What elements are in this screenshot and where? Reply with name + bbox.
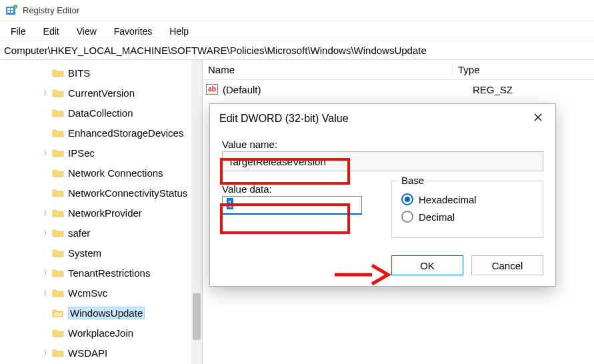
list-cell-type: REG_SZ [473, 84, 513, 95]
address-path: Computer\HKEY_LOCAL_MACHINE\SOFTWARE\Pol… [4, 45, 427, 56]
menu-help[interactable]: Help [161, 23, 197, 39]
menu-view[interactable]: View [69, 23, 105, 39]
tree-pane: BITS〉CurrentVersionDataCollectionEnhance… [0, 60, 203, 364]
svg-rect-4 [11, 11, 13, 13]
folder-icon [52, 328, 64, 337]
folder-icon [52, 108, 64, 117]
tree-item[interactable]: WindowsUpdate [0, 303, 202, 323]
tree-item-label: NetworkProvider [68, 207, 142, 219]
chevron-right-icon[interactable]: 〉 [41, 88, 52, 98]
menu-file[interactable]: File [3, 23, 34, 39]
tree-item-label: EnhancedStorageDevices [68, 127, 183, 139]
chevron-right-icon[interactable]: 〉 [41, 148, 52, 158]
folder-icon [52, 88, 64, 97]
tree-item[interactable]: WorkplaceJoin [0, 323, 202, 343]
radio-dec-label: Decimal [419, 211, 455, 223]
folder-icon [52, 348, 64, 357]
tree-item[interactable]: 〉CurrentVersion [0, 83, 202, 103]
folder-icon [52, 308, 64, 317]
string-value-icon: ab [205, 83, 219, 95]
base-legend: Base [399, 175, 427, 186]
svg-rect-3 [7, 11, 10, 13]
list-cell-name: (Default) [223, 84, 473, 95]
chevron-right-icon[interactable]: 〉 [41, 228, 52, 238]
tree-item-label: NetworkConnectivityStatus [68, 187, 187, 199]
folder-icon [52, 268, 64, 277]
menu-edit[interactable]: Edit [35, 23, 67, 39]
menu-favorites[interactable]: Favorites [106, 23, 161, 39]
radio-icon [401, 193, 413, 205]
tree-item[interactable]: 〉WcmSvc [0, 283, 202, 303]
edit-dword-dialog: Edit DWORD (32-bit) Value Value name: Va… [209, 103, 556, 287]
window-title: Registry Editor [23, 5, 79, 15]
value-data-input[interactable]: 1 [222, 196, 362, 215]
tree-item[interactable]: 〉safer [0, 223, 202, 243]
radio-icon [401, 211, 413, 223]
tree-item-label: WcmSvc [68, 287, 107, 299]
list-row[interactable]: ab(Default)REG_SZ [203, 80, 594, 99]
value-name-label: Value name: [222, 139, 543, 150]
tree-item-label: CurrentVersion [68, 87, 135, 99]
tree-item[interactable]: NetworkConnectivityStatus [0, 183, 202, 203]
menubar: File Edit View Favorites Help [0, 21, 594, 41]
tree-item-label: BITS [68, 67, 90, 79]
tree-scrollbar-thumb[interactable] [193, 293, 201, 340]
tree-item[interactable]: EnhancedStorageDevices [0, 123, 202, 143]
tree-item-label: safer [68, 227, 90, 239]
registry-tree[interactable]: BITS〉CurrentVersionDataCollectionEnhance… [0, 60, 202, 364]
folder-icon [52, 248, 64, 257]
tree-item-label: WorkplaceJoin [68, 327, 133, 339]
radio-hex-label: Hexadecimal [419, 194, 477, 205]
tree-item[interactable]: BITS [0, 63, 202, 83]
regedit-icon: + [5, 5, 17, 17]
folder-icon [52, 128, 64, 137]
folder-icon [52, 208, 64, 217]
tree-item[interactable]: DataCollection [0, 103, 202, 123]
value-name-input[interactable] [222, 151, 543, 171]
tree-item[interactable]: System [0, 243, 202, 263]
radio-decimal[interactable]: Decimal [401, 211, 533, 223]
base-group: Base Hexadecimal Decimal [391, 181, 543, 238]
chevron-right-icon[interactable]: 〉 [41, 208, 52, 218]
close-icon [533, 113, 543, 125]
tree-scrollbar[interactable] [191, 60, 202, 364]
tree-item[interactable]: 〉WSDAPI [0, 343, 202, 363]
tree-item-label: Network Connections [68, 167, 163, 179]
address-bar[interactable]: Computer\HKEY_LOCAL_MACHINE\SOFTWARE\Pol… [0, 41, 594, 60]
folder-icon [52, 148, 64, 157]
value-data-text: 1 [227, 198, 233, 209]
svg-text:+: + [15, 5, 17, 9]
list-rows: ab(Default)REG_SZ [203, 80, 594, 99]
tree-item-label: TenantRestrictions [68, 267, 150, 279]
value-data-label: Value data: [222, 183, 375, 195]
folder-icon [52, 168, 64, 177]
cancel-button[interactable]: Cancel [471, 255, 543, 275]
chevron-right-icon[interactable]: 〉 [41, 288, 52, 298]
tree-item[interactable]: 〉IPSec [0, 143, 202, 163]
folder-icon [52, 228, 64, 237]
dialog-close-button[interactable] [527, 109, 549, 128]
tree-item[interactable]: 〉NetworkProvider [0, 203, 202, 223]
column-type[interactable]: Type [453, 64, 594, 75]
svg-rect-1 [7, 8, 10, 10]
window-titlebar: + Registry Editor [0, 0, 594, 21]
ok-button[interactable]: OK [391, 255, 463, 275]
tree-item-label: DataCollection [68, 107, 133, 119]
tree-item-label: WindowsUpdate [68, 307, 145, 319]
folder-icon [52, 188, 64, 197]
tree-item-label: WSDAPI [68, 347, 107, 359]
svg-rect-2 [11, 8, 13, 10]
radio-hexadecimal[interactable]: Hexadecimal [401, 193, 533, 205]
list-header: Name Type [203, 60, 594, 80]
chevron-right-icon[interactable]: 〉 [41, 268, 52, 278]
tree-item[interactable]: Network Connections [0, 163, 202, 183]
dialog-titlebar: Edit DWORD (32-bit) Value [210, 104, 555, 133]
dialog-title: Edit DWORD (32-bit) Value [219, 113, 349, 125]
chevron-right-icon[interactable]: 〉 [41, 348, 52, 358]
column-name[interactable]: Name [203, 64, 453, 75]
tree-item[interactable]: 〉TenantRestrictions [0, 263, 202, 283]
folder-icon [52, 288, 64, 297]
tree-item-label: IPSec [68, 147, 95, 159]
tree-item-label: System [68, 247, 101, 259]
dialog-body: Value name: Value data: 1 Base Hexadecim… [210, 133, 555, 286]
